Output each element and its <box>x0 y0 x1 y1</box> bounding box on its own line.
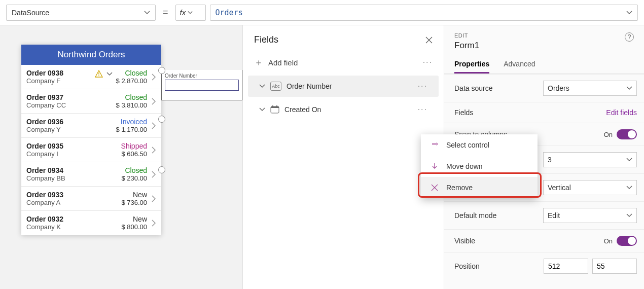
svg-rect-4 <box>272 105 273 107</box>
toggle-label: On <box>604 131 613 138</box>
ctx-move-down[interactable]: Move down <box>421 156 538 177</box>
chevron-down-icon[interactable] <box>626 10 632 16</box>
chevron-right-icon[interactable] <box>151 195 156 203</box>
snap-toggle[interactable] <box>617 129 637 139</box>
formula-input[interactable] <box>216 8 626 17</box>
properties-tabs: Properties Advanced <box>444 55 644 74</box>
tab-properties[interactable]: Properties <box>454 60 489 74</box>
position-x-input[interactable] <box>544 259 588 274</box>
field-name: Created On <box>284 105 321 114</box>
chevron-down-icon[interactable] <box>259 83 265 89</box>
chevron-down-icon[interactable] <box>259 106 265 113</box>
fx-label: fx <box>180 8 186 17</box>
arrow-down-icon <box>430 162 439 171</box>
formula-input-container[interactable] <box>210 5 638 21</box>
more-icon[interactable]: ··· <box>423 58 433 67</box>
chevron-down-icon <box>144 10 150 16</box>
dropdown-value: Vertical <box>548 184 571 192</box>
gallery-row[interactable]: Order 0935Company IShipped$ 606.50 <box>21 137 161 162</box>
close-icon[interactable] <box>425 37 433 44</box>
order-title: Order 0932 <box>26 215 101 223</box>
more-icon[interactable]: ··· <box>418 105 427 114</box>
chevron-down-icon[interactable] <box>106 71 113 77</box>
tab-advanced[interactable]: Advanced <box>504 60 535 74</box>
dropdown-value: Edit <box>548 211 560 220</box>
resize-handle[interactable] <box>158 166 165 173</box>
ctx-remove-label: Remove <box>446 184 473 192</box>
prop-edit-fields: Fields Edit fields <box>444 102 644 123</box>
field-name: Order Number <box>287 82 332 90</box>
chevron-right-icon[interactable] <box>151 219 156 227</box>
prop-label: Visible <box>454 237 475 245</box>
order-company: Company I <box>26 150 101 158</box>
order-title: Order 0938 <box>26 69 101 77</box>
gallery-row[interactable]: Order 0933Company ANew$ 736.00 <box>21 186 161 210</box>
order-company: Company CC <box>26 101 101 109</box>
remove-icon <box>430 183 439 192</box>
add-field-button[interactable]: ＋ Add field ··· <box>243 51 444 74</box>
prop-label: Data source <box>454 84 492 92</box>
warning-icon <box>95 70 103 78</box>
chevron-right-icon[interactable] <box>151 146 156 154</box>
fx-button[interactable]: fx <box>175 5 206 21</box>
datacard-input[interactable] <box>165 80 239 91</box>
chevron-down-icon <box>188 10 193 15</box>
fields-pane-header: Fields <box>243 25 444 51</box>
position-y-input[interactable] <box>592 259 637 274</box>
order-status: Closed <box>101 166 147 174</box>
gallery-row[interactable]: Order 0932Company KNew$ 800.00 <box>21 210 161 235</box>
order-title: Order 0936 <box>26 118 101 126</box>
layout-dropdown[interactable]: Vertical <box>543 180 637 195</box>
form-control[interactable]: Order Number <box>161 70 242 100</box>
help-icon[interactable]: ? <box>625 32 634 42</box>
order-amount: $ 606.50 <box>101 150 147 158</box>
plus-icon: ＋ <box>254 56 263 68</box>
equals-sign: = <box>163 7 168 18</box>
svg-rect-5 <box>276 105 277 107</box>
dropdown-value: 3 <box>548 156 552 164</box>
chevron-right-icon[interactable] <box>151 170 156 178</box>
gallery-row[interactable]: Order 0934Company BBClosed$ 230.00 <box>21 162 161 186</box>
edit-fields-link[interactable]: Edit fields <box>606 109 637 117</box>
ctx-remove[interactable]: Remove <box>421 177 538 198</box>
columns-dropdown[interactable]: 3 <box>543 152 637 167</box>
date-type-icon <box>270 105 279 114</box>
order-amount: $ 1,170.00 <box>101 126 147 133</box>
order-company: Company A <box>26 199 101 206</box>
prop-visible: Visible On <box>444 229 644 252</box>
select-control-icon <box>430 140 439 150</box>
order-status: Shipped <box>101 142 147 150</box>
order-amount: $ 2,870.00 <box>101 77 147 85</box>
chevron-right-icon[interactable] <box>151 97 156 105</box>
chevron-right-icon[interactable] <box>151 73 156 81</box>
resize-handle[interactable] <box>158 67 165 74</box>
order-company: Company BB <box>26 174 101 182</box>
fields-pane-title: Fields <box>254 34 278 45</box>
order-status: Closed <box>101 93 147 101</box>
visible-toggle[interactable] <box>617 236 637 246</box>
resize-handle[interactable] <box>158 116 165 123</box>
svg-rect-0 <box>98 73 99 75</box>
field-item[interactable]: Created On··· <box>248 99 439 120</box>
gallery-row[interactable]: Order 0936Company YInvoiced$ 1,170.00 <box>21 113 161 137</box>
fields-pane: Fields ＋ Add field ··· AbcOrder Number··… <box>242 25 444 289</box>
default-mode-dropdown[interactable]: Edit <box>543 208 637 223</box>
field-item[interactable]: AbcOrder Number··· <box>248 76 439 97</box>
gallery-header: Northwind Orders <box>21 45 161 65</box>
properties-header: EDIT Form1 ? <box>444 25 644 55</box>
chevron-right-icon[interactable] <box>151 122 156 130</box>
ctx-select-control-label: Select control <box>446 141 489 149</box>
property-selector[interactable]: DataSource <box>6 5 156 21</box>
order-status: Invoiced <box>101 118 147 126</box>
orders-gallery[interactable]: Northwind Orders Order 0938Company FClos… <box>21 45 161 235</box>
order-company: Company Y <box>26 126 101 133</box>
gallery-row[interactable]: Order 0937Company CCClosed$ 3,810.00 <box>21 89 161 113</box>
ctx-select-control[interactable]: Select control <box>421 134 538 156</box>
data-source-dropdown[interactable]: Orders <box>543 81 637 96</box>
gallery-row[interactable]: Order 0938Company FClosed$ 2,870.00 <box>21 65 161 89</box>
more-icon[interactable]: ··· <box>418 82 427 91</box>
form-body: Order Number <box>161 70 242 100</box>
order-title: Order 0935 <box>26 142 101 150</box>
svg-rect-6 <box>432 143 437 144</box>
prop-data-source: Data source Orders <box>444 74 644 102</box>
